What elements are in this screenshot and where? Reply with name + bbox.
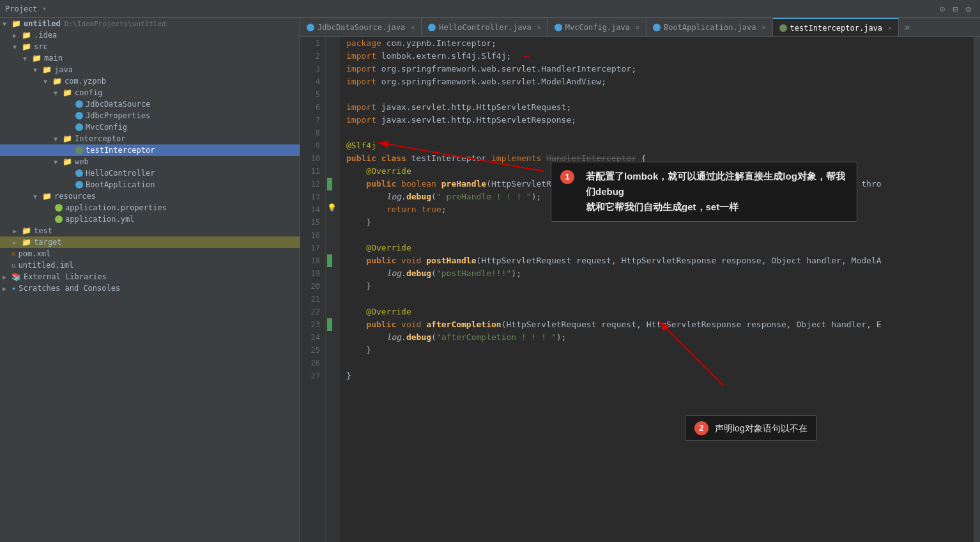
code-line-23: public void afterCompletion(HttpServletR… xyxy=(346,318,967,331)
code-line-1: package com.yzpnb.Interceptor; xyxy=(346,37,967,50)
sidebar-item-jdbcdatasource[interactable]: ▶ JdbcDataSource xyxy=(0,98,300,110)
sidebar-item-target[interactable]: ▶ 📁 target xyxy=(0,236,300,248)
sidebar: ▼ 📁 untitled D:\IdeaProjects\untitled ▶ … xyxy=(0,18,300,542)
locate-icon[interactable]: ⊙ xyxy=(940,4,945,14)
code-line-16 xyxy=(346,229,967,242)
code-line-26 xyxy=(346,357,967,369)
sidebar-item-scratches[interactable]: ▶ ✦ Scratches and Consoles xyxy=(0,283,300,294)
top-bar: Project ▾ ⊙ ⊟ ⚙ xyxy=(0,0,980,18)
sidebar-item-java[interactable]: ▼ 📁 java xyxy=(0,64,300,75)
code-line-17: @Override xyxy=(346,242,967,254)
line-numbers: 1 2 3 4 5 6 7 8 9 10 11 12 13 14 15 16 1… xyxy=(300,37,326,542)
code-editor[interactable]: package com.yzpnb.Interceptor; import lo… xyxy=(340,37,974,542)
sidebar-item-bootapplication[interactable]: ▶ BootApplication xyxy=(0,179,300,190)
code-line-24: log.debug("afterCompletion ! ! ! "); xyxy=(346,331,967,344)
collapse-icon[interactable]: ⊟ xyxy=(953,4,958,14)
code-line-19: log.debug("postHandle!!!"); xyxy=(346,267,967,280)
gutter-run-18 xyxy=(327,254,332,267)
code-container: 1 2 3 4 5 6 7 8 9 10 11 12 13 14 15 16 1… xyxy=(300,37,980,542)
gutter-run-12 xyxy=(327,178,332,190)
sidebar-item-main[interactable]: ▼ 📁 main xyxy=(0,52,300,64)
sidebar-item-untitled[interactable]: ▼ 📁 untitled D:\IdeaProjects\untitled xyxy=(0,18,300,29)
tab-hello[interactable]: HelloController.java ✕ xyxy=(422,18,548,36)
tooltip1-line2: 就和它帮我们自动生成get，set一样 xyxy=(586,199,848,215)
sidebar-item-pom[interactable]: ▶ m pom.xml xyxy=(0,248,300,259)
project-label: Project xyxy=(5,4,38,13)
lightbulb-14: 💡 xyxy=(327,203,337,212)
tooltip2-text: 声明log对象语句以不在 xyxy=(715,422,808,435)
code-line-21 xyxy=(346,293,967,306)
tooltip-log: 2 声明log对象语句以不在 xyxy=(685,415,817,441)
top-arrow: ▾ xyxy=(43,5,47,12)
sidebar-item-testinterceptor[interactable]: ▶ testInterceptor xyxy=(0,144,300,156)
code-line-7: import javax.servlet.http.HttpServletRes… xyxy=(346,114,967,127)
code-line-25: } xyxy=(346,344,967,357)
code-line-20: } xyxy=(346,280,967,293)
sidebar-item-web[interactable]: ▼ 📁 web xyxy=(0,156,300,167)
editor-area: JdbcDataSource.java ✕ HelloController.ja… xyxy=(300,18,980,542)
sidebar-item-src[interactable]: ▼ 📁 src xyxy=(0,41,300,52)
tooltip2-badge: 2 xyxy=(694,421,708,435)
sidebar-item-idea[interactable]: ▶ 📁 .idea xyxy=(0,29,300,41)
code-line-27: } xyxy=(346,369,967,382)
code-line-18: public void postHandle(HttpServletReques… xyxy=(346,254,967,267)
code-line-5 xyxy=(346,88,967,101)
tooltip1-badge: 1 xyxy=(560,170,574,184)
tooltip-lombok: 1 若配置了lombok，就可以通过此注解直接生成log对象，帮我们debug … xyxy=(551,162,857,222)
sidebar-item-interceptor[interactable]: ▼ 📁 Interceptor xyxy=(0,133,300,144)
code-line-9: @Slf4j xyxy=(346,139,967,152)
sidebar-item-test[interactable]: ▶ 📁 test xyxy=(0,225,300,236)
tab-mvc[interactable]: MvcConfig.java ✕ xyxy=(548,18,647,36)
main-area: ▼ 📁 untitled D:\IdeaProjects\untitled ▶ … xyxy=(0,18,980,542)
sidebar-item-comyzpnb[interactable]: ▼ 📁 com.yzpnb xyxy=(0,75,300,87)
sidebar-item-ext-libs[interactable]: ▶ 📚 External Libraries xyxy=(0,271,300,283)
code-line-6: import javax.servlet.http.HttpServletReq… xyxy=(346,101,967,114)
sidebar-item-config[interactable]: ▼ 📁 config xyxy=(0,87,300,98)
code-line-3: import org.springframework.web.servlet.H… xyxy=(346,63,967,75)
tab-jdbc[interactable]: JdbcDataSource.java ✕ xyxy=(300,18,422,36)
code-line-22: @Override xyxy=(346,306,967,318)
sidebar-item-hellocontroller[interactable]: ▶ HelloController xyxy=(0,167,300,179)
sidebar-item-jdbcproperties[interactable]: ▶ JdbcProperties xyxy=(0,110,300,121)
sidebar-item-app-yml[interactable]: ▶ application.yml xyxy=(0,213,300,225)
tab-bar: JdbcDataSource.java ✕ HelloController.ja… xyxy=(300,18,980,37)
sidebar-item-iml[interactable]: ▶ u untitled.iml xyxy=(0,259,300,271)
sidebar-item-app-properties[interactable]: ▶ application.properties xyxy=(0,202,300,213)
gutter-run-23 xyxy=(327,318,332,331)
tab-test[interactable]: testInterceptor.java ✕ xyxy=(773,18,900,36)
tab-boot[interactable]: BootApplication.java ✕ xyxy=(647,18,773,36)
code-line-2: import lombok.extern.slf4j.Slf4j; ← xyxy=(346,50,967,63)
tooltip1-line1: 若配置了lombok，就可以通过此注解直接生成log对象，帮我们debug xyxy=(586,169,848,199)
code-line-8 xyxy=(346,127,967,139)
sidebar-item-mvcconfig[interactable]: ▶ MvcConfig xyxy=(0,121,300,133)
more-tabs-icon[interactable]: » xyxy=(899,21,915,33)
sidebar-item-resources[interactable]: ▼ 📁 resources xyxy=(0,190,300,202)
gutter-column: 💡 xyxy=(326,37,340,542)
code-line-4: import org.springframework.web.servlet.M… xyxy=(346,75,967,88)
scrollbar-right[interactable] xyxy=(974,37,980,542)
settings-icon[interactable]: ⚙ xyxy=(966,4,971,14)
